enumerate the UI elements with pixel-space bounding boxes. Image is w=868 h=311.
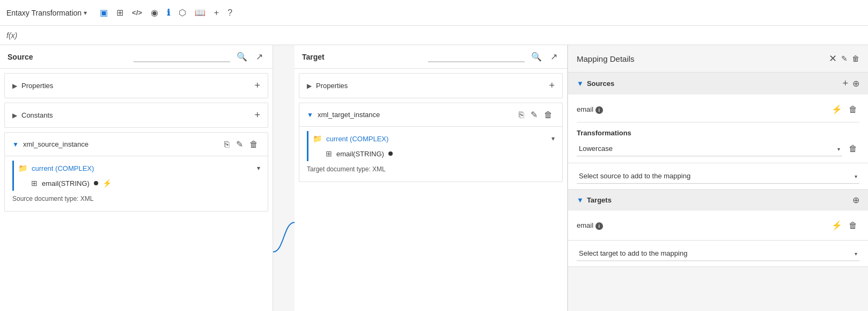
sources-section-body: email i ⚡ 🗑 Transformations L [568, 95, 868, 163]
target-instance-copy-button[interactable]: ⎘ [517, 109, 526, 121]
source-add-select-wrapper: Select source to add to the mapping ▾ [577, 169, 859, 184]
sources-section-header[interactable]: ▼ Sources + ⊕ [568, 73, 868, 95]
main-content: Source 🔍 ↗ ▶ Properties + ▶ Constants + [0, 45, 868, 311]
source-instance-delete-button[interactable]: 🗑 [247, 138, 260, 150]
split-view-icon[interactable]: ▣ [100, 8, 108, 18]
preview-icon[interactable]: ◉ [151, 8, 158, 18]
target-current-complex-item[interactable]: 📁 current (COMPLEX) ▾ [313, 131, 555, 146]
source-instance-copy-button[interactable]: ⎘ [222, 138, 232, 150]
source-search-input[interactable] [134, 51, 230, 62]
targets-section-title: Targets [587, 196, 849, 204]
target-properties-chevron: ▶ [307, 82, 312, 90]
transformation-row: Lowercase Uppercase Trim ▾ 🗑 [577, 139, 859, 158]
source-instance-edit-button[interactable]: ✎ [234, 138, 245, 150]
sources-circle-add-button[interactable]: ⊕ [852, 78, 859, 89]
target-add-select[interactable]: Select target to add to the mapping [577, 246, 859, 261]
source-properties-chevron: ▶ [12, 82, 17, 90]
target-properties-add-button[interactable]: + [549, 80, 555, 91]
target-email-dot [388, 151, 393, 156]
source-email-dot [94, 181, 98, 185]
target-instance-header: ▼ xml_target_instance ⎘ ✎ 🗑 [299, 103, 562, 127]
add-icon[interactable]: + [214, 8, 219, 18]
formula-bar: f(x) [0, 26, 868, 45]
map-icon[interactable]: ⬡ [179, 8, 186, 18]
sources-email-bolt-button[interactable]: ⚡ [829, 103, 844, 115]
sources-email-text: email [577, 105, 593, 113]
title-text: Entaxy Transformation [6, 9, 82, 17]
targets-circle-add-button[interactable]: ⊕ [852, 195, 859, 205]
table-view-icon[interactable]: ⊞ [116, 8, 123, 18]
title-dropdown-arrow[interactable]: ▾ [84, 9, 87, 17]
target-email-string-label: email(STRING) [336, 150, 384, 158]
target-search-button[interactable]: 🔍 [529, 50, 544, 63]
info-icon-toolbar[interactable]: ℹ [167, 8, 170, 18]
transformation-select-wrapper: Lowercase Uppercase Trim ▾ [577, 141, 842, 156]
target-tree-indent: ⊞ email(STRING) [313, 146, 555, 161]
target-folder-icon: 📁 [313, 134, 322, 143]
mapping-close-button[interactable]: ✕ [829, 53, 837, 64]
target-add-select-row: Select target to add to the mapping ▾ [568, 241, 868, 267]
source-email-string-label: email(STRING) [42, 179, 90, 187]
transformation-select[interactable]: Lowercase Uppercase Trim [577, 141, 842, 156]
target-grid-icon: ⊞ [326, 149, 332, 158]
source-instance-actions: ⎘ ✎ 🗑 [222, 138, 260, 150]
source-panel: Source 🔍 ↗ ▶ Properties + ▶ Constants + [0, 45, 273, 311]
target-instance-delete-button[interactable]: 🗑 [542, 109, 555, 121]
toolbar-icons: ▣ ⊞ </> ◉ ℹ ⬡ 📖 + ? [100, 8, 232, 18]
target-instance-name: xml_target_instance [318, 111, 512, 119]
transformations-divider [577, 122, 859, 122]
target-instance-actions: ⎘ ✎ 🗑 [517, 109, 555, 121]
target-properties-header[interactable]: ▶ Properties + [299, 74, 562, 98]
target-search-input[interactable] [428, 51, 525, 62]
transformation-delete-button[interactable]: 🗑 [847, 143, 859, 155]
source-add-select[interactable]: Select source to add to the mapping [577, 169, 859, 184]
target-panel-header: Target 🔍 ↗ [295, 45, 567, 69]
target-instance-edit-button[interactable]: ✎ [528, 109, 540, 121]
targets-email-text: email [577, 221, 593, 229]
target-current-chevron: ▾ [551, 135, 555, 142]
target-instance-body: 📁 current (COMPLEX) ▾ ⊞ email(STRING) [299, 127, 562, 182]
source-instance-body: 📁 current (COMPLEX) ▾ ⊞ email(STRING) ⚡ [5, 156, 268, 211]
target-doc-type: Target document type: XML [307, 161, 555, 177]
target-email-string-item[interactable]: ⊞ email(STRING) [326, 146, 555, 161]
code-view-icon[interactable]: </> [132, 9, 142, 17]
source-constants-title: Constants [21, 111, 250, 119]
sources-email-actions: ⚡ 🗑 [829, 103, 859, 115]
source-grid-icon: ⊞ [31, 179, 38, 187]
source-current-chevron: ▾ [257, 164, 260, 172]
source-constants-add-button[interactable]: + [254, 110, 260, 121]
sources-email-label: email i [577, 105, 825, 114]
targets-email-info-icon: i [595, 222, 603, 230]
target-properties-title: Properties [316, 82, 545, 90]
source-current-complex-item[interactable]: 📁 current (COMPLEX) ▾ [18, 161, 260, 176]
targets-chevron: ▼ [577, 196, 584, 204]
source-properties-header[interactable]: ▶ Properties + [5, 74, 268, 98]
sources-email-delete-button[interactable]: 🗑 [847, 103, 859, 115]
targets-email-bolt-button[interactable]: ⚡ [829, 219, 844, 232]
target-properties-section: ▶ Properties + [299, 73, 563, 98]
target-export-button[interactable]: ↗ [548, 50, 560, 63]
help-icon[interactable]: ? [227, 8, 232, 18]
targets-email-label: email i [577, 221, 825, 230]
mapping-details-title: Mapping Details [577, 54, 825, 63]
mapping-delete-button[interactable]: 🗑 [852, 53, 859, 64]
source-tree-border: 📁 current (COMPLEX) ▾ ⊞ email(STRING) ⚡ [12, 161, 260, 191]
source-email-string-item[interactable]: ⊞ email(STRING) ⚡ [31, 176, 260, 191]
mapping-header-actions: ✕ ✎ 🗑 [829, 53, 859, 64]
mapping-details-header: Mapping Details ✕ ✎ 🗑 [568, 45, 868, 73]
source-panel-header: Source 🔍 ↗ [0, 45, 273, 69]
source-constants-header[interactable]: ▶ Constants + [5, 103, 268, 127]
targets-email-delete-button[interactable]: 🗑 [847, 219, 859, 232]
source-search-button[interactable]: 🔍 [234, 50, 249, 63]
targets-section-header[interactable]: ▼ Targets ⊕ [568, 190, 868, 211]
source-properties-add-button[interactable]: + [254, 80, 260, 91]
mapping-edit-button[interactable]: ✎ [841, 53, 848, 64]
source-properties-title: Properties [21, 82, 250, 90]
sources-email-info-icon: i [595, 106, 603, 114]
source-export-button[interactable]: ↗ [254, 50, 265, 63]
sources-add-button[interactable]: + [842, 78, 848, 89]
target-instance-chevron: ▼ [307, 111, 313, 119]
book-icon[interactable]: 📖 [195, 8, 205, 18]
source-instance-name: xml_source_instance [23, 140, 218, 148]
target-panel: Target 🔍 ↗ ▶ Properties + ▼ xml_target_i… [295, 45, 568, 311]
